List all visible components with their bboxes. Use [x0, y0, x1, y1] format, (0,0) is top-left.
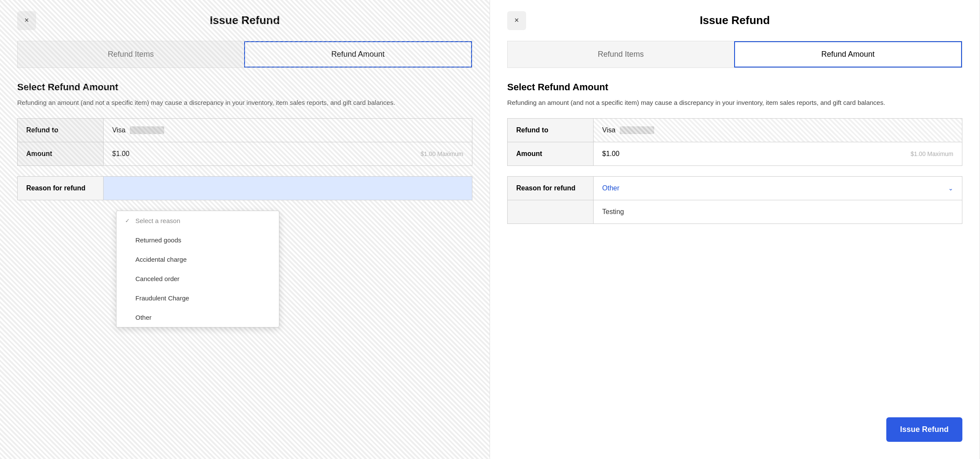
- reason-table-left: Reason for refund: [17, 176, 472, 200]
- amount-row-left: Amount $1.00 $1.00 Maximum: [18, 142, 472, 165]
- amount-max-right: $1.00 Maximum: [910, 150, 953, 157]
- amount-label-right: Amount: [508, 142, 594, 165]
- amount-number-right: $1.00: [602, 150, 619, 158]
- amount-label-left: Amount: [18, 142, 104, 165]
- tab-refund-items-right[interactable]: Refund Items: [508, 41, 734, 67]
- tab-refund-amount-right[interactable]: Refund Amount: [734, 41, 962, 67]
- right-header: × Issue Refund: [507, 14, 962, 27]
- dropdown-item-label-4: Fraudulent Charge: [135, 294, 189, 302]
- tab-refund-items-left[interactable]: Refund Items: [18, 41, 244, 67]
- reason-note-row: Testing: [508, 200, 962, 223]
- dropdown-item-label-5: Other: [135, 314, 152, 321]
- amount-max-left: $1.00 Maximum: [420, 150, 463, 157]
- dropdown-item-2[interactable]: Accidental charge: [116, 250, 279, 269]
- section-desc-left: Refunding an amount (and not a specific …: [17, 98, 472, 108]
- close-button-left[interactable]: ×: [17, 11, 36, 30]
- dropdown-item-label-0: Select a reason: [135, 217, 180, 224]
- visa-redacted-left: [130, 126, 164, 134]
- panel-title-left: Issue Refund: [17, 14, 472, 27]
- visa-redacted-right: [620, 126, 654, 134]
- tabs-right: Refund Items Refund Amount: [507, 41, 962, 68]
- left-header: × Issue Refund: [17, 14, 472, 27]
- dropdown-item-label-3: Canceled order: [135, 275, 180, 282]
- dropdown-item-1[interactable]: Returned goods: [116, 230, 279, 250]
- tab-refund-amount-left[interactable]: Refund Amount: [244, 41, 472, 67]
- amount-number-left: $1.00: [112, 150, 129, 158]
- reason-selected-value: Other: [602, 184, 619, 192]
- reason-row-left: Reason for refund: [18, 176, 472, 200]
- issue-refund-button[interactable]: Issue Refund: [886, 417, 962, 442]
- section-title-right: Select Refund Amount: [507, 82, 962, 93]
- refund-to-value-right: Visa: [594, 118, 962, 142]
- right-panel: × Issue Refund Refund Items Refund Amoun…: [490, 0, 980, 459]
- section-desc-right: Refunding an amount (and not a specific …: [507, 98, 962, 108]
- reason-dropdown-cell-left[interactable]: [104, 176, 472, 200]
- reason-row-right: Reason for refund Other ⌄: [508, 176, 962, 200]
- dropdown-left: ✓ Select a reason Returned goods Acciden…: [116, 211, 279, 327]
- refund-to-value-left: Visa: [104, 118, 472, 142]
- amount-value-right: $1.00 $1.00 Maximum: [594, 142, 962, 165]
- left-panel: × Issue Refund Refund Items Refund Amoun…: [0, 0, 490, 459]
- reason-label-left: Reason for refund: [18, 176, 104, 200]
- reason-note-value: Testing: [594, 200, 962, 223]
- reason-label-right: Reason for refund: [508, 176, 594, 200]
- refund-table-left: Refund to Visa Amount $1.00 $1.00 Maximu…: [17, 118, 472, 166]
- dropdown-item-4[interactable]: Fraudulent Charge: [116, 288, 279, 308]
- dropdown-item-label-1: Returned goods: [135, 236, 181, 244]
- section-title-left: Select Refund Amount: [17, 82, 472, 93]
- chevron-down-icon: ⌄: [948, 185, 953, 192]
- tabs-left: Refund Items Refund Amount: [17, 41, 472, 68]
- dropdown-item-3[interactable]: Canceled order: [116, 269, 279, 288]
- dropdown-item-0[interactable]: ✓ Select a reason: [116, 211, 279, 230]
- visa-text-right: Visa: [602, 126, 616, 134]
- refund-table-right: Refund to Visa Amount $1.00 $1.00 Maximu…: [507, 118, 962, 166]
- refund-to-label-left: Refund to: [18, 118, 104, 142]
- refund-to-row-left: Refund to Visa: [18, 118, 472, 142]
- visa-text-left: Visa: [112, 126, 126, 134]
- reason-table-right: Reason for refund Other ⌄ Testing: [507, 176, 962, 224]
- reason-note-label: [508, 200, 594, 223]
- check-icon-0: ✓: [125, 217, 132, 224]
- amount-value-left: $1.00 $1.00 Maximum: [104, 142, 472, 165]
- refund-to-label-right: Refund to: [508, 118, 594, 142]
- reason-dropdown-right[interactable]: Other ⌄: [594, 176, 962, 200]
- dropdown-item-5[interactable]: Other: [116, 308, 279, 327]
- dropdown-item-label-2: Accidental charge: [135, 256, 187, 263]
- refund-to-row-right: Refund to Visa: [508, 118, 962, 142]
- panel-title-right: Issue Refund: [507, 14, 962, 27]
- amount-row-right: Amount $1.00 $1.00 Maximum: [508, 142, 962, 165]
- close-button-right[interactable]: ×: [507, 11, 526, 30]
